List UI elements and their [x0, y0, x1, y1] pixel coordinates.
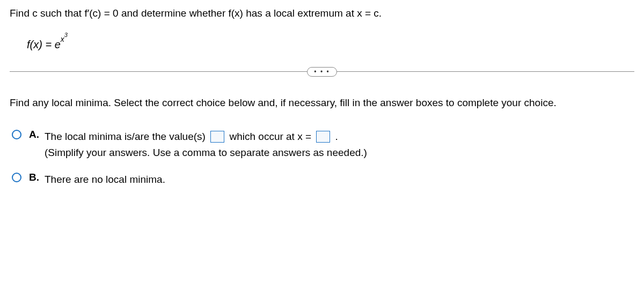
- formula-exp-pow: 3: [64, 32, 68, 38]
- choice-a-text-3: .: [335, 131, 338, 142]
- radio-choice-b[interactable]: [12, 173, 21, 182]
- radio-choice-a[interactable]: [12, 130, 21, 139]
- instruction-text: Find any local minima. Select the correc…: [10, 96, 634, 110]
- choice-b-label: B.: [29, 172, 39, 183]
- divider-line-left: [10, 71, 307, 72]
- section-divider: • • •: [10, 67, 634, 77]
- choice-a-label: A.: [29, 129, 39, 140]
- function-formula: f(x) = ex3: [27, 36, 634, 51]
- answer-box-values[interactable]: [210, 131, 224, 143]
- choice-b-text: There are no local minima.: [45, 174, 165, 185]
- formula-lhs: f(x) =: [27, 39, 55, 50]
- choice-a-hint: (Simplify your answers. Use a comma to s…: [45, 147, 367, 158]
- answer-box-x[interactable]: [316, 131, 330, 143]
- choice-a-content: The local minima is/are the value(s) whi…: [45, 129, 367, 161]
- choice-a-text-2: which occur at x =: [229, 131, 314, 142]
- formula-exp-var: x: [61, 35, 64, 43]
- expand-button[interactable]: • • •: [307, 67, 336, 77]
- choice-b-row: B. There are no local minima.: [12, 172, 634, 188]
- divider-line-right: [337, 71, 634, 72]
- answer-choices: A. The local minima is/are the value(s) …: [12, 129, 634, 188]
- question-text: Find c such that f′(c) = 0 and determine…: [10, 6, 634, 21]
- choice-b-content: There are no local minima.: [45, 172, 165, 188]
- formula-base: e: [55, 39, 61, 50]
- choice-a-text-1: The local minima is/are the value(s): [45, 131, 208, 142]
- choice-a-row: A. The local minima is/are the value(s) …: [12, 129, 634, 161]
